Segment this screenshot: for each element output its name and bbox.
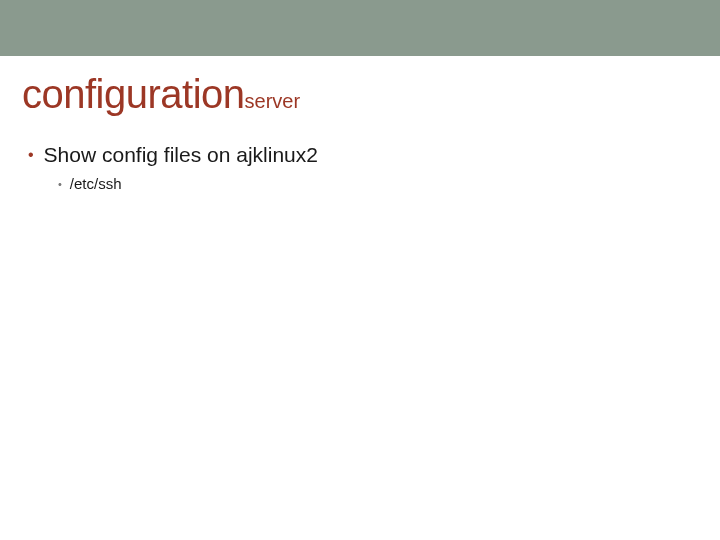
bullet-dot-icon: • xyxy=(28,143,34,167)
bullet-dot-icon: • xyxy=(58,175,62,193)
slide-header-bar xyxy=(0,0,720,56)
bullet-level-1-text: Show config files on ajklinux2 xyxy=(44,143,318,167)
title-main-text: configuration xyxy=(22,72,245,116)
bullet-level-2: • /etc/ssh xyxy=(58,175,698,193)
bullet-level-2-text: /etc/ssh xyxy=(70,175,122,193)
slide-content: configurationserver • Show config files … xyxy=(0,56,720,193)
slide-title: configurationserver xyxy=(22,72,698,117)
bullet-level-1: • Show config files on ajklinux2 xyxy=(28,143,698,167)
bullet-list: • Show config files on ajklinux2 • /etc/… xyxy=(22,143,698,193)
title-sub-text: server xyxy=(245,90,301,112)
slide: configurationserver • Show config files … xyxy=(0,0,720,540)
